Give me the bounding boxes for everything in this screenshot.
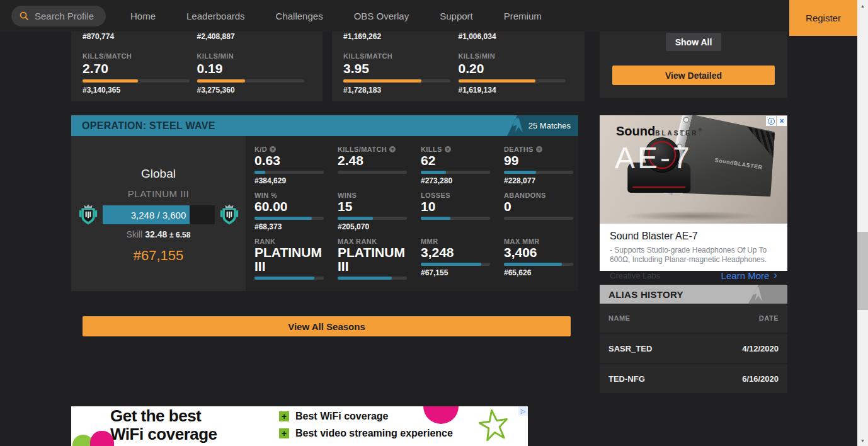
stat-max-rank-tier: MAX RANK PLATINUM III [338,237,421,283]
banner-bullet: + Best video streaming experience [279,428,453,439]
stat-max-mmr: MAX MMR 3,406 #65,626 [504,237,573,283]
progress-bar [83,79,190,83]
banner-headline: Get the best WiFi coverage [110,407,217,443]
stat-rank: #2,408,887 [197,32,312,41]
chevron-right-icon: › [774,269,777,282]
ad-image: i × SoundBLASTER® AE-7 SoundBLASTER [600,115,787,224]
mmr-progress-text: 3,248 / 3,600 [103,205,215,224]
stat-rank: #65,626 [504,268,573,277]
stat-kills: KILLS 62 #273,280 [421,146,504,192]
learn-more-link[interactable]: Learn More› [721,269,777,282]
stat-rank: #1,006,034 [459,32,574,41]
plus-icon: + [279,428,289,438]
show-all-button[interactable]: Show All [666,33,721,51]
search-input[interactable]: Search Profile [11,6,106,26]
stat-rank: #68,373 [254,222,338,231]
region-label: Global [141,167,176,181]
ad-description: - Supports Studio-grade Headphones Of Up… [610,246,777,265]
wifi-banner-ad[interactable]: Get the best WiFi coverage + Best WiFi c… [71,406,528,446]
progress-bar [254,277,324,280]
stat-rank: #870,774 [83,32,197,41]
stat-rank: #1,169,262 [343,32,459,41]
stat-rank: #1,728,183 [343,86,459,94]
progress-bar [197,79,304,83]
alias-history-title: ALIAS HISTORY [608,289,683,300]
info-icon[interactable] [536,146,542,152]
header-slant-decoration [748,285,787,304]
stat-kills-min: KILLS/MIN 0.19 #3,275,360 [197,52,312,94]
progress-bar [338,217,407,220]
adchoices-icon[interactable] [518,406,528,416]
season-title: OPERATION: STEEL WAVE [82,120,215,132]
nav-link-obs-overlay[interactable]: OBS Overlay [354,11,409,21]
alias-table-row: SASR_TED 4/12/2020 [600,334,787,363]
progress-bar [338,171,407,174]
search-icon [20,11,29,21]
stat-losses: LOSSES 10 [421,192,504,237]
ad-close-icon[interactable]: × [777,116,787,126]
stat-wins: WINS 15 #205,070 [338,192,421,237]
progress-bar [421,263,490,266]
progress-bar [421,171,490,174]
nav-link-challenges[interactable]: Challenges [276,11,323,21]
info-icon[interactable] [445,146,451,152]
nav-link-premium[interactable]: Premium [504,11,542,21]
bolt-icon [753,287,762,301]
scrollbar-thumb[interactable] [857,232,868,310]
nav-link-leaderboards[interactable]: Leaderboards [186,11,245,21]
ad-title: Sound Blaster AE-7 [610,231,777,242]
stat-rank: #205,070 [338,222,421,231]
info-icon[interactable] [389,146,396,152]
rank-badge-icon [79,203,98,226]
stat-card-pvp: #870,774 #2,408,887 KILLS/MATCH 2.70 #3,… [71,28,323,101]
season-header: OPERATION: STEEL WAVE 25 Matches [71,115,578,136]
top-navbar: Search Profile Home Leaderboards Challen… [0,0,857,31]
scrollbar[interactable] [857,0,868,446]
sound-blaster-ad[interactable]: i × SoundBLASTER® AE-7 SoundBLASTER Soun… [600,115,787,271]
register-button[interactable]: Register [789,0,857,36]
scrollbar-down-arrow-icon[interactable] [857,436,868,445]
season-matches-badge: 25 Matches [507,115,578,136]
stat-rank: #3,275,360 [197,86,312,94]
stat-rank: #384,629 [254,176,338,185]
alias-date: 6/16/2020 [742,374,779,384]
stat-rank: #1,619,134 [459,86,574,94]
stat-kills-match: KILLS/MATCH 3.95 #1,728,183 [343,52,459,94]
progress-bar [254,217,324,220]
sidebar-overview-panel: Show All View Detailed [600,28,787,98]
season-stats-grid: K/D 0.63 #384,629 KILLS/MATCH 2.48 KILLS… [246,136,578,291]
rank-name: PLATINUM III [128,188,189,199]
progress-bar [338,277,407,280]
stat-rank: #3,140,365 [83,86,197,94]
alias-name: SASR_TED [608,344,652,353]
stat-rank: #273,280 [421,176,504,185]
nav-link-support[interactable]: Support [440,11,473,21]
stat-kills-match: KILLS/MATCH 2.70 #3,140,365 [83,52,197,94]
stat-abandons: ABANDONS 0 [504,192,573,237]
stat-rank-tier: RANK PLATINUM III [254,237,338,283]
progress-bar [254,171,324,174]
bolt-icon [513,118,523,133]
stat-kills-min: KILLS/MIN 0.20 #1,619,134 [459,52,574,94]
scrollbar-up-arrow-icon[interactable] [857,1,868,10]
ad-info-icon[interactable]: i [766,116,776,126]
alias-name: TED-NFG [608,374,645,384]
stat-win-pct: WIN % 60.00 #68,373 [254,192,338,237]
stat-card-ranked: #1,169,262 #1,006,034 KILLS/MATCH 3.95 #… [332,28,585,101]
plus-icon: + [279,411,289,421]
stat-deaths: DEATHS 99 #228,077 [504,146,573,192]
star-logo-icon [477,406,511,446]
progress-bar [421,217,490,220]
brand-logo: SoundBLASTER® [616,124,704,139]
stat-kills-match: KILLS/MATCH 2.48 [338,146,421,192]
stat-row: KILLS/MATCH 2.70 #3,140,365 KILLS/MIN 0.… [71,41,323,94]
view-all-seasons-button[interactable]: View All Seasons [83,316,571,336]
stat-rank: #228,077 [504,176,573,185]
progress-bar [504,171,573,174]
view-detailed-button[interactable]: View Detailed [612,66,775,85]
nav-link-home[interactable]: Home [130,11,156,21]
stat-kd: K/D 0.63 #384,629 [254,146,338,192]
stat-mmr: MMR 3,248 #67,155 [421,237,504,283]
skill-row: Skill 32.48 ± 6.58 [127,229,191,239]
info-icon[interactable] [270,146,276,152]
